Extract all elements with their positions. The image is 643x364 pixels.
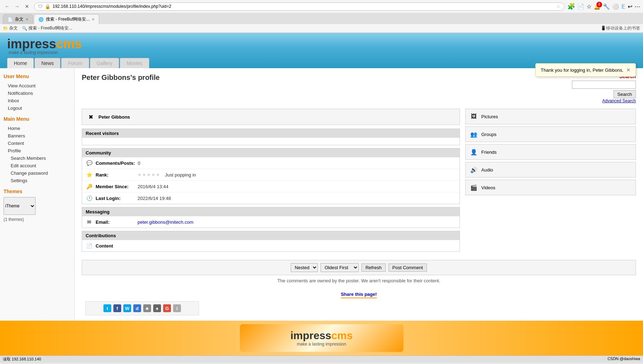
browser-toolbar: ← → ✕ 🛡 🔒 ☆ 🧩 📄 ☆ 🔔 8 🔧 ⚪ 𝔼 ↩ ⋯ [0, 0, 643, 13]
community-row-member-since: 🔑 Member Since: 2016/6/4 13:44 [82, 181, 460, 192]
edge-icon[interactable]: 𝔼 [621, 3, 626, 10]
last-login-label: Last Login: [96, 196, 135, 201]
star2: ★ [142, 172, 146, 177]
nav-movies[interactable]: Movies [120, 58, 149, 68]
groups-icon: 👥 [470, 130, 478, 138]
themes-select[interactable]: iTheme [4, 197, 36, 215]
key-icon: 🔑 [86, 183, 93, 190]
contributions-header: Contributions [82, 231, 460, 240]
logo: impresscms [7, 37, 82, 51]
comments-value: 0 [138, 161, 140, 166]
bookmark-search[interactable]: 🔍 搜索 - FreeBuf网络安... [22, 25, 72, 31]
nav-gallery[interactable]: Gallery [90, 58, 119, 68]
user-icon: ✖ [86, 113, 95, 121]
sidebar-item-home[interactable]: Home [4, 125, 71, 132]
sidebar-item-view-account[interactable]: View Account [4, 82, 71, 89]
notifications-icon-wrapper: 🔔 8 [594, 3, 601, 10]
comments-bar: Nested Oldest First Newest First Refresh… [82, 260, 636, 275]
share-twitter[interactable]: t [103, 304, 111, 312]
nav-forum[interactable]: Forum [61, 58, 89, 68]
share-windows[interactable]: W [123, 304, 131, 312]
rank-stars: ★ ★ ★ ★ ★ [138, 172, 160, 177]
logo-cms: cms [56, 37, 82, 51]
messaging-box: Messaging ✉ Email: peter.gibbons@initech… [82, 207, 460, 228]
nav-news[interactable]: News [34, 58, 60, 68]
last-login-value: 2022/6/14 19:48 [138, 196, 171, 201]
menu-icon[interactable]: ⋯ [634, 3, 640, 10]
recent-visitors-body [82, 138, 460, 145]
post-comment-button[interactable]: Post Comment [389, 264, 427, 272]
sidebar-item-notifications[interactable]: Notifications [4, 89, 71, 97]
browser-icons: 🧩 📄 ☆ 🔔 8 🔧 ⚪ 𝔼 ↩ ⋯ [567, 2, 640, 10]
star-icon[interactable]: ☆ [556, 4, 561, 9]
bookmark-icon[interactable]: ☆ [586, 3, 591, 10]
share-google[interactable]: G [163, 304, 171, 312]
url-input[interactable] [53, 4, 554, 9]
recent-visitors-box: Recent visitors [82, 129, 460, 145]
videos-icon: 🎬 [470, 184, 478, 191]
tabs-bar: 📄 杂文 ✕ 🌐 搜索 - FreeBuf网络安... ✕ [0, 13, 643, 24]
star5: ★ [156, 172, 160, 177]
pictures-row[interactable]: 🖼 Pictures [466, 109, 636, 124]
forward-button[interactable]: → [13, 2, 21, 11]
sidebar-item-profile[interactable]: Profile [4, 147, 71, 154]
advanced-search-link[interactable]: Advanced Search [572, 98, 636, 103]
sidebar-item-search-members[interactable]: Search Members [4, 154, 71, 162]
email-value: peter.gibbons@initech.com [138, 219, 193, 225]
share-misc2[interactable]: ♠ [153, 304, 161, 312]
sidebar-item-inbox[interactable]: Inbox [4, 97, 71, 104]
share-icons: t f W d ♣ ♠ G i [85, 301, 199, 315]
sidebar-item-settings[interactable]: Settings [4, 177, 71, 184]
tab-freebuf[interactable]: 🌐 搜索 - FreeBuf网络安... ✕ [34, 14, 99, 24]
friends-row[interactable]: 👤 Friends [466, 145, 636, 159]
profile-layout: ✖ Peter Gibbons Recent visitors Communit… [82, 109, 636, 255]
videos-row[interactable]: 🎬 Videos [466, 180, 636, 195]
share-delicious[interactable]: d [133, 304, 141, 312]
tab-close-zazhi[interactable]: ✕ [26, 17, 28, 21]
content-icon: 📄 [86, 242, 93, 249]
tab-icon2: 🌐 [38, 17, 44, 22]
audio-row[interactable]: 🔊 Audio [466, 162, 636, 177]
share-facebook[interactable]: f [113, 304, 121, 312]
undo-icon[interactable]: ↩ [628, 3, 632, 10]
contributions-row-content: 📄 Content [82, 240, 460, 251]
clock-icon: 🕐 [86, 195, 93, 202]
bookmark-mobile: 📱移动设备上的书签 [601, 25, 640, 31]
panel-groups: 👥 Groups [465, 126, 636, 142]
address-bar[interactable]: 🛡 🔒 ☆ [34, 2, 564, 11]
refresh-button[interactable]: Refresh [361, 264, 386, 272]
share-misc1[interactable]: ♣ [143, 304, 151, 312]
close-button[interactable]: ✕ [23, 2, 31, 11]
reader-icon[interactable]: 📄 [577, 3, 584, 10]
groups-row[interactable]: 👥 Groups [466, 127, 636, 142]
themes-title: Themes [4, 189, 71, 194]
order-select[interactable]: Oldest First Newest First [321, 263, 359, 272]
sidebar-item-change-password[interactable]: Change password [4, 169, 71, 177]
sidebar-item-banners[interactable]: Banners [4, 132, 71, 140]
user-menu-title: User Menu [4, 74, 71, 79]
audio-icon: 🔊 [470, 166, 478, 174]
tab-close-freebuf[interactable]: ✕ [92, 17, 95, 21]
status-bar: 读取 192.168.110.140 CSDN @daoshiwa [0, 355, 643, 363]
nested-select[interactable]: Nested [291, 263, 318, 272]
tab-zazhi[interactable]: 📄 杂文 ✕ [3, 14, 33, 24]
search-input[interactable] [572, 81, 636, 89]
nav-home[interactable]: Home [7, 58, 34, 68]
sidebar-item-logout[interactable]: Logout [4, 104, 71, 112]
extensions2-icon[interactable]: 🔧 [603, 3, 610, 10]
bookmark-zazhi[interactable]: 📁 杂文 [3, 25, 18, 31]
search-button[interactable]: Search [613, 90, 636, 98]
pictures-icon: 🖼 [470, 113, 478, 120]
sidebar-item-content[interactable]: Content [4, 140, 71, 147]
messaging-body: ✉ Email: peter.gibbons@initech.com [82, 216, 460, 228]
notification-close-button[interactable]: ✕ [626, 67, 631, 73]
share-misc3[interactable]: i [173, 304, 181, 312]
extensions-icon[interactable]: 🧩 [567, 2, 575, 10]
comments-notice: The comments are owned by the poster. We… [82, 275, 636, 286]
back-button[interactable]: ← [3, 2, 11, 11]
recent-visitors-header: Recent visitors [82, 129, 460, 138]
browser-chrome: ← → ✕ 🛡 🔒 ☆ 🧩 📄 ☆ 🔔 8 🔧 ⚪ 𝔼 ↩ ⋯ 📄 [0, 0, 643, 33]
sidebar-item-edit-account[interactable]: Edit account [4, 162, 71, 169]
account-icon[interactable]: ⚪ [612, 3, 619, 10]
lock-icon: 🔒 [45, 4, 50, 9]
